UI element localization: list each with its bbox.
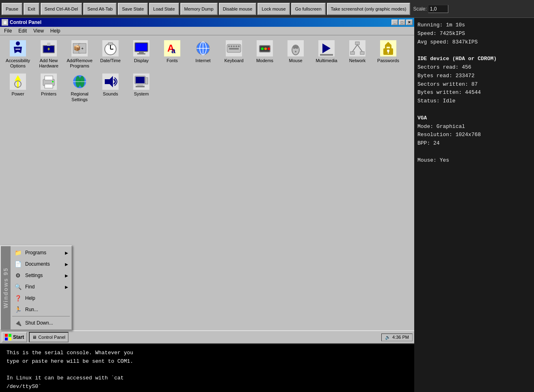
sm-documents[interactable]: 📄 Documents ▶	[11, 258, 71, 270]
cp-item-fonts[interactable]: A a Fonts	[158, 39, 187, 70]
cp-item-modems[interactable]: Modems	[250, 39, 279, 70]
menu-help[interactable]: Help	[47, 27, 64, 35]
sm-shutdown[interactable]: 🔌 Shut Down...	[11, 317, 71, 329]
cp-item-sounds[interactable]: Sounds	[96, 72, 125, 104]
titlebar-title: Control Panel	[10, 19, 41, 25]
system-icon	[133, 74, 149, 90]
cp-label-mouse: Mouse	[289, 58, 302, 63]
svg-rect-68	[45, 84, 53, 88]
menu-file[interactable]: File	[1, 27, 15, 35]
clock-icon: 🔊	[385, 335, 391, 340]
date-time-icon	[102, 40, 119, 56]
sm-settings-label: Settings	[25, 273, 43, 278]
svg-rect-78	[136, 77, 145, 83]
sm-run[interactable]: 🏃 Run...	[11, 304, 71, 315]
cp-label-date-time: Date/Time	[100, 58, 121, 63]
svg-rect-54	[350, 52, 355, 54]
cp-item-date-time[interactable]: Date/Time	[96, 39, 125, 70]
cp-item-passwords[interactable]: Passwords	[374, 39, 403, 70]
svg-rect-46	[293, 46, 295, 49]
svg-text:+: +	[81, 46, 84, 51]
sm-programs[interactable]: 📁 Programs ▶	[11, 247, 71, 258]
scale-label: Scale:	[413, 6, 426, 12]
speed-value: 7425kIPS	[440, 30, 465, 37]
bytes-written-line: Bytes written: 44544	[417, 89, 531, 97]
menu-view[interactable]: View	[30, 27, 47, 35]
control-panel-grid: AccessibilityOptions +	[3, 39, 411, 104]
restore-button[interactable]: □	[399, 19, 405, 25]
disable-mouse-button[interactable]: Disable mouse	[219, 3, 257, 15]
svg-rect-19	[136, 43, 147, 51]
find-arrow: ▶	[65, 285, 68, 289]
minimize-button[interactable]: _	[391, 19, 398, 25]
pause-button[interactable]: Pause	[2, 3, 22, 15]
multimedia-icon	[318, 40, 335, 56]
bytes-read-value: 233472	[456, 73, 475, 79]
serial-console[interactable]: This is the serial console. Whatever you…	[0, 343, 414, 392]
sm-find[interactable]: 🔍 Find ▶	[11, 281, 71, 292]
memory-dump-button[interactable]: Memory Dump	[180, 3, 218, 15]
emulator-content: 🖥 Control Panel _ □ ✕ File Edit View Hel…	[0, 18, 414, 343]
console-line2: type or paste here will be sent to COM1.	[6, 357, 408, 366]
cp-item-printers[interactable]: Printers	[34, 72, 63, 104]
accessibility-icon	[10, 40, 26, 56]
svg-rect-55	[360, 52, 364, 54]
cp-item-system[interactable]: System	[127, 72, 156, 104]
svg-point-42	[268, 48, 270, 50]
cp-item-multimedia[interactable]: Multimedia	[312, 39, 341, 70]
sm-run-label: Run...	[25, 307, 38, 312]
scale-input[interactable]	[428, 5, 448, 13]
cp-label-network: Network	[349, 58, 365, 63]
take-screenshot-button[interactable]: Take screenshot (only graphic modes)	[327, 3, 411, 15]
bpp-line: BPP: 24	[417, 139, 531, 148]
status-value: Idle	[443, 98, 455, 104]
load-state-button[interactable]: Load State	[149, 3, 179, 15]
start-button[interactable]: Start	[2, 332, 27, 342]
programs-arrow: ▶	[65, 251, 68, 255]
go-fullscreen-button[interactable]: Go fullscreen	[291, 3, 326, 15]
toolbar: Pause Exit Send Ctrl-Alt-Del Send Alt-Ta…	[0, 0, 534, 18]
start-menu-items: 📁 Programs ▶ 📄 Documents ▶ ⚙ Settings	[11, 246, 71, 329]
win95-window: 🖥 Control Panel _ □ ✕ File Edit View Hel…	[0, 18, 414, 343]
sm-settings[interactable]: ⚙ Settings ▶	[11, 270, 71, 281]
cp-item-add-remove[interactable]: 📦 + Add/RemovePrograms	[65, 39, 94, 70]
mode-label: Mode:	[417, 123, 433, 130]
send-alt-tab-button[interactable]: Send Alt-Tab	[83, 3, 117, 15]
send-ctrl-alt-del-button[interactable]: Send Ctrl-Alt-Del	[41, 3, 82, 15]
svg-rect-81	[136, 86, 145, 87]
cp-label-display: Display	[134, 58, 149, 63]
cp-item-mouse[interactable]: Mouse	[281, 39, 310, 70]
cp-label-internet: Internet	[195, 58, 210, 63]
mouse-label: Mouse:	[417, 157, 437, 163]
cp-item-display[interactable]: Display	[127, 39, 156, 70]
taskbar-label: Control Panel	[38, 335, 65, 340]
exit-button[interactable]: Exit	[24, 3, 39, 15]
sm-help[interactable]: ❓ Help	[11, 292, 71, 304]
close-button[interactable]: ✕	[406, 19, 413, 25]
vga-header: VGA	[417, 114, 531, 123]
cp-label-sounds: Sounds	[103, 91, 118, 97]
svg-rect-61	[388, 52, 389, 54]
emulator-area: 🖥 Control Panel _ □ ✕ File Edit View Hel…	[0, 18, 414, 392]
cp-item-keyboard[interactable]: Keyboard	[219, 39, 249, 70]
cp-item-power[interactable]: Power	[3, 72, 32, 104]
cp-label-accessibility: AccessibilityOptions	[6, 58, 30, 69]
cp-item-accessibility[interactable]: AccessibilityOptions	[3, 39, 32, 70]
cp-item-add-new-hardware[interactable]: + Add NewHardware	[34, 39, 63, 70]
svg-text:a: a	[171, 47, 176, 55]
save-state-button[interactable]: Save State	[118, 3, 148, 15]
svg-rect-36	[229, 48, 239, 50]
cp-item-regional[interactable]: RegionalSettings	[65, 72, 94, 104]
mouse-line: Mouse: Yes	[417, 156, 531, 165]
control-panel-taskbar-item[interactable]: 🖥 Control Panel	[29, 332, 69, 342]
console-line1: This is the serial console. Whatever you	[6, 349, 408, 357]
titlebar: 🖥 Control Panel _ □ ✕	[0, 18, 414, 27]
lock-mouse-button[interactable]: Lock mouse	[257, 3, 290, 15]
bpp-label: BPP:	[417, 140, 430, 146]
cp-item-internet[interactable]: Internet	[188, 39, 218, 70]
cp-item-network[interactable]: Network	[343, 39, 372, 70]
taskbar-icon: 🖥	[32, 335, 37, 340]
menu-edit[interactable]: Edit	[15, 27, 30, 35]
svg-rect-82	[5, 334, 8, 337]
bytes-read-label: Bytes read:	[417, 73, 452, 79]
